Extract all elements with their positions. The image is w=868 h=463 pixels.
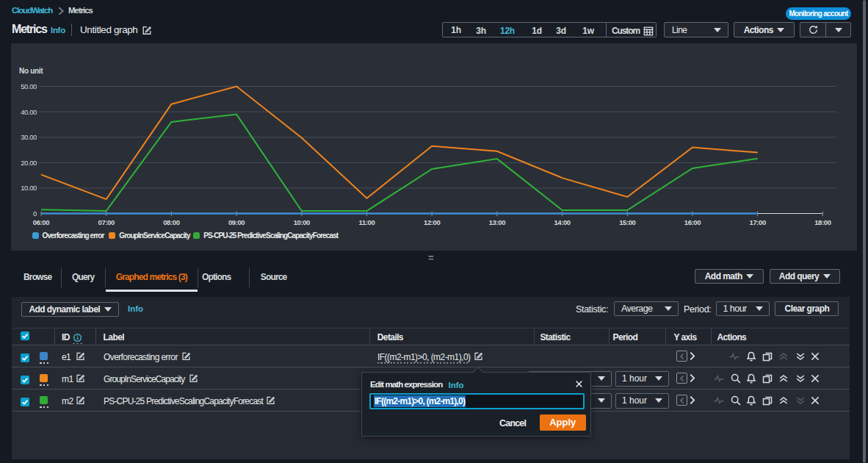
svg-text:10.00: 10.00: [21, 184, 37, 192]
svg-text:50.00: 50.00: [21, 82, 37, 90]
svg-text:12:00: 12:00: [424, 218, 440, 226]
svg-text:06:00: 06:00: [33, 218, 49, 226]
svg-text:08:00: 08:00: [163, 218, 179, 226]
svg-text:14:00: 14:00: [554, 218, 570, 226]
svg-text:16:00: 16:00: [684, 218, 701, 226]
svg-text:20.00: 20.00: [21, 159, 37, 167]
svg-text:17:00: 17:00: [750, 218, 766, 226]
svg-text:No unit: No unit: [19, 67, 43, 75]
svg-text:13:00: 13:00: [489, 218, 505, 226]
svg-text:09:00: 09:00: [228, 218, 245, 226]
svg-text:15:00: 15:00: [619, 218, 635, 226]
svg-text:07:00: 07:00: [98, 218, 115, 226]
svg-text:11:00: 11:00: [359, 218, 375, 226]
svg-text:0: 0: [33, 209, 37, 218]
svg-text:10:00: 10:00: [294, 218, 310, 226]
svg-text:30.00: 30.00: [21, 133, 37, 141]
svg-text:18:00: 18:00: [814, 218, 831, 226]
svg-text:40.00: 40.00: [21, 108, 37, 116]
